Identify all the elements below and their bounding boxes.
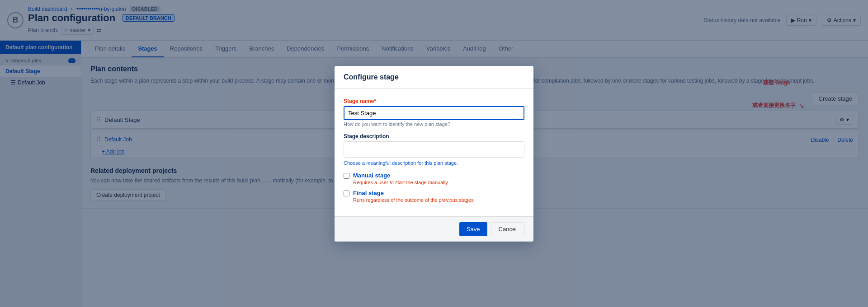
stage-description-input[interactable] — [344, 141, 524, 158]
stage-name-input[interactable] — [344, 106, 524, 120]
save-button[interactable]: Save — [459, 222, 487, 236]
final-stage-label[interactable]: Final stage — [353, 190, 384, 196]
stage-description-label: Stage description — [344, 133, 524, 140]
modal-overlay[interactable]: Configure stage Stage name* How do you w… — [0, 0, 868, 307]
final-stage-row: Final stage Runs regardless of the outco… — [344, 190, 524, 203]
stage-name-row: Stage name* How do you want to identify … — [344, 98, 524, 127]
final-stage-sublabel: Runs regardless of the outcome of the pr… — [353, 197, 474, 203]
stage-name-hint: How do you want to identify the new plan… — [344, 121, 524, 127]
cancel-button[interactable]: Cancel — [491, 222, 524, 236]
stage-description-hint-link[interactable]: Choose a meaningful description for this… — [344, 160, 458, 166]
modal-header: Configure stage — [335, 66, 533, 89]
modal-footer: Save Cancel — [335, 216, 533, 242]
manual-stage-row: Manual stage Requires a user to start th… — [344, 172, 524, 185]
manual-stage-sublabel: Requires a user to start the stage manua… — [353, 180, 448, 185]
stage-description-hint: Choose a meaningful description for this… — [344, 160, 524, 166]
configure-stage-modal: Configure stage Stage name* How do you w… — [335, 66, 533, 242]
modal-body: Stage name* How do you want to identify … — [335, 89, 533, 216]
stage-name-label: Stage name* — [344, 98, 524, 104]
manual-stage-checkbox[interactable] — [344, 173, 349, 179]
manual-stage-label[interactable]: Manual stage — [353, 172, 390, 179]
final-stage-checkbox[interactable] — [344, 191, 349, 196]
stage-description-row: Stage description Choose a meaningful de… — [344, 133, 524, 166]
